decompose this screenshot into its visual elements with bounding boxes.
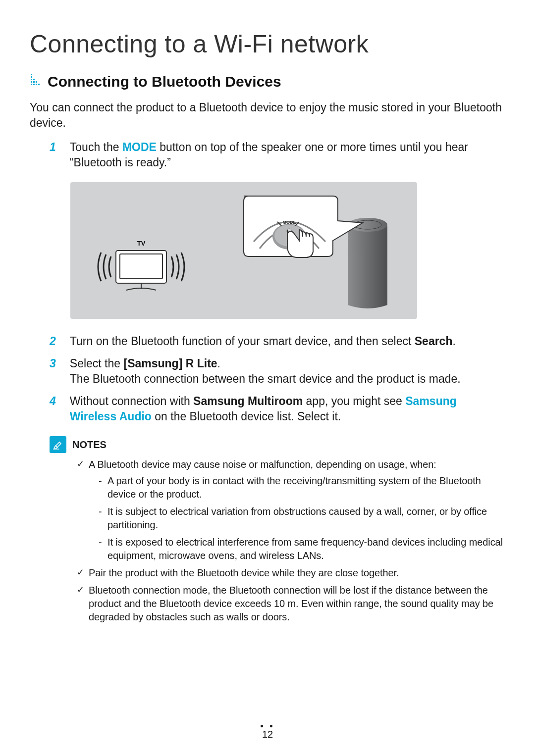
step-1: 1 Touch the MODE button on top of the sp…	[30, 140, 505, 170]
speaker-icon	[348, 218, 387, 308]
svg-rect-8	[36, 81, 37, 83]
section-heading: Connecting to Bluetooth Devices	[30, 73, 505, 90]
device-name: [Samsung] R Lite	[123, 357, 217, 370]
step-text: Touch the	[70, 141, 122, 153]
note-item: Bluetooth connection mode, the Bluetooth…	[77, 584, 505, 624]
svg-rect-2	[31, 79, 32, 80]
section-intro: You can connect the product to a Bluetoo…	[30, 100, 505, 131]
step-text: app, you might see	[303, 395, 405, 407]
tv-label: TV	[137, 240, 146, 247]
note-item: A Bluetooth device may cause noise or ma…	[77, 458, 505, 562]
step-body: Without connection with Samsung Multiroo…	[70, 394, 505, 424]
page-title: Connecting to a Wi-Fi network	[30, 30, 505, 58]
pencil-icon	[50, 436, 66, 453]
step-text: Without connection with	[70, 395, 193, 407]
page-number-dots: ● ●	[0, 725, 535, 727]
note-subitem: It is exposed to electrical interference…	[99, 536, 505, 562]
step-number: 1	[30, 140, 56, 155]
svg-rect-12	[120, 254, 162, 279]
svg-rect-3	[31, 81, 32, 83]
note-sublist: A part of your body is in contact with t…	[99, 474, 505, 562]
step-text: Select the	[70, 357, 124, 370]
step-body: Touch the MODE button on top of the spea…	[70, 140, 505, 170]
svg-rect-7	[33, 84, 35, 85]
step-text: Turn on the Bluetooth function of your s…	[70, 335, 415, 348]
step-number: 3	[30, 356, 56, 371]
callout-icon: MODE	[244, 196, 363, 257]
page-number-value: 12	[262, 729, 273, 740]
svg-rect-1	[31, 76, 32, 78]
page-number: ● ● 12	[0, 725, 535, 740]
step-body: Select the [Samsung] R Lite. The Bluetoo…	[70, 356, 505, 387]
svg-rect-0	[31, 74, 32, 75]
note-subitem: It is subject to electrical variation fr…	[99, 505, 505, 532]
notes-label: NOTES	[72, 439, 107, 451]
step-text: The Bluetooth connection between the sma…	[70, 372, 461, 385]
svg-rect-4	[31, 84, 32, 85]
mode-label: MODE	[122, 141, 157, 153]
step-2: 2 Turn on the Bluetooth function of your…	[30, 334, 505, 349]
notes-list: A Bluetooth device may cause noise or ma…	[77, 458, 505, 624]
notes-header: NOTES	[50, 436, 505, 453]
svg-rect-5	[33, 79, 35, 80]
step-text: .	[452, 335, 455, 348]
step-number: 4	[30, 394, 56, 409]
steps-list-cont: 2 Turn on the Bluetooth function of your…	[30, 334, 505, 424]
tv-icon	[98, 251, 184, 290]
diagram-container: TV	[30, 182, 505, 319]
svg-rect-10	[38, 84, 40, 85]
svg-rect-6	[33, 81, 35, 83]
diagram: TV	[70, 182, 417, 319]
app-name: Samsung Multiroom	[193, 395, 303, 407]
step-3: 3 Select the [Samsung] R Lite. The Bluet…	[30, 356, 505, 387]
svg-line-21	[55, 446, 57, 448]
svg-rect-9	[36, 84, 37, 85]
search-label: Search	[415, 335, 453, 348]
section-heading-text: Connecting to Bluetooth Devices	[48, 73, 281, 90]
steps-list: 1 Touch the MODE button on top of the sp…	[30, 140, 505, 170]
step-text: on the Bluetooth device list. Select it.	[152, 410, 341, 423]
hand-icon	[287, 230, 313, 257]
step-4: 4 Without connection with Samsung Multir…	[30, 394, 505, 424]
note-item: Pair the product with the Bluetooth devi…	[77, 566, 505, 580]
mode-label: MODE	[283, 220, 296, 225]
note-subitem: A part of your body is in contact with t…	[99, 474, 505, 501]
step-text: .	[217, 357, 220, 370]
step-body: Turn on the Bluetooth function of your s…	[70, 334, 505, 349]
note-text: A Bluetooth device may cause noise or ma…	[89, 459, 436, 470]
step-number: 2	[30, 334, 56, 349]
bullet-pattern-icon	[30, 74, 42, 87]
notes-block: NOTES A Bluetooth device may cause noise…	[50, 436, 505, 624]
